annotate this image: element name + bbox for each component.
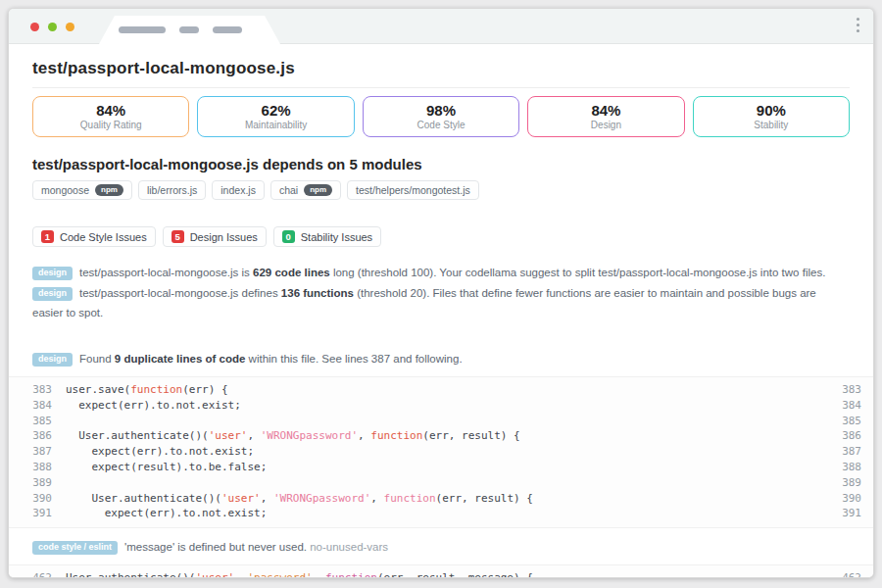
code-token: 'WRONGpassword' — [261, 429, 358, 442]
code-token: 'user' — [221, 492, 261, 505]
code-token: 'password' — [247, 571, 312, 578]
issue-count-badge: 1 — [41, 230, 54, 243]
code-token: (err) { — [182, 383, 227, 396]
metric-label: Stability — [694, 120, 849, 130]
code-token: 'user' — [195, 571, 234, 578]
line-number-left: 387 — [9, 444, 52, 460]
traffic-light-close[interactable] — [30, 23, 39, 31]
issue-count-badge: 5 — [172, 230, 184, 243]
code-text — [52, 475, 826, 491]
metric-cards-row: 84%Quality Rating62%Maintainability98%Co… — [32, 96, 850, 137]
issue-pill-design-issues[interactable]: 5Design Issues — [163, 226, 267, 247]
note-text: 9 duplicate lines of code — [115, 353, 246, 365]
module-name: lib/errors.js — [147, 184, 197, 196]
line-number-left: 389 — [9, 475, 52, 491]
module-pill-lib-errors-js[interactable]: lib/errors.js — [138, 180, 206, 200]
metric-label: Quality Rating — [33, 120, 188, 130]
module-pill-mongoose[interactable]: mongoosenpm — [32, 180, 132, 200]
code-token: function — [370, 429, 422, 442]
code-text: User.authenticate()('user', 'WRONGpasswo… — [52, 428, 826, 444]
metric-value: 84% — [33, 102, 188, 119]
code-text: expect(err).to.not.exist; — [52, 506, 826, 521]
line-number-right: 390 — [826, 491, 873, 507]
code-line: 384 expect(err).to.not.exist;384 — [9, 398, 873, 414]
note-text: test/passport-local-mongoose.js is — [79, 267, 253, 278]
line-number-right: 462 — [826, 570, 873, 578]
line-number-left: 386 — [9, 428, 52, 444]
duplicate-note: designFound 9 duplicate lines of code wi… — [32, 349, 850, 368]
traffic-light-minimize[interactable] — [48, 23, 57, 31]
code-line: 383user.save(function(err) {383 — [9, 382, 873, 398]
code-text: user.save(function(err) { — [52, 382, 826, 398]
code-token: (err, result) { — [422, 429, 519, 442]
code-line: 387 expect(err).to.not.exist;387 — [9, 444, 873, 460]
tab-placeholder-bar — [213, 26, 242, 33]
module-pill-index-js[interactable]: index.js — [212, 180, 265, 200]
window-titlebar — [9, 9, 873, 44]
npm-badge: npm — [304, 184, 332, 196]
metric-card-stability[interactable]: 90%Stability — [693, 96, 850, 137]
line-number-left: 391 — [9, 506, 52, 521]
code-line: 391 expect(err).to.not.exist;391 — [9, 506, 873, 521]
code-token: (err, result) { — [436, 492, 533, 505]
line-number-left: 384 — [9, 398, 52, 414]
metric-value: 98% — [364, 102, 518, 119]
menu-icon[interactable] — [857, 18, 859, 32]
metric-label: Maintainability — [198, 120, 353, 130]
note-text: within this file. See lines 387 and foll… — [245, 353, 462, 365]
code-text: expect(err).to.not.exist; — [52, 398, 826, 414]
metric-card-quality-rating[interactable]: 84%Quality Rating — [32, 96, 189, 137]
divider — [32, 87, 850, 88]
code-text: User.authenticate()('user', 'WRONGpasswo… — [52, 491, 826, 507]
code-token: expect(result).to.be.false; — [66, 461, 267, 473]
design-note: designtest/passport-local-mongoose.js is… — [32, 263, 850, 282]
tab-placeholder-bar — [119, 26, 166, 33]
metric-card-maintainability[interactable]: 62%Maintainability — [197, 96, 354, 137]
code-text — [52, 414, 826, 429]
tab-placeholder-bar — [179, 26, 199, 33]
code-line: 386 User.authenticate()('user', 'WRONGpa… — [9, 428, 873, 444]
code-text: expect(result).to.be.false; — [52, 460, 826, 475]
note-category-badge: design — [32, 287, 73, 302]
issue-pill-stability-issues[interactable]: 0Stability Issues — [273, 226, 381, 247]
module-name: mongoose — [41, 184, 89, 196]
browser-window: test/passport-local-mongoose.js 84%Quali… — [8, 8, 874, 578]
metric-card-design[interactable]: 84%Design — [527, 96, 684, 137]
module-pills-row: mongoosenpmlib/errors.jsindex.jschainpmt… — [32, 180, 850, 200]
metric-card-code-style[interactable]: 98%Code Style — [363, 96, 519, 137]
line-number-left: 385 — [9, 414, 52, 429]
issue-label: Code Style Issues — [60, 231, 147, 243]
issue-label: Stability Issues — [301, 231, 372, 243]
code-token: User.authenticate()( — [66, 571, 195, 578]
issue-pill-code-style-issues[interactable]: 1Code Style Issues — [32, 226, 156, 247]
module-pill-chai[interactable]: chainpm — [270, 180, 341, 200]
code-token: , — [313, 571, 325, 578]
code-token: , — [234, 571, 247, 578]
dependencies-heading: test/passport-local-mongoose.js depends … — [32, 156, 850, 172]
page-title: test/passport-local-mongoose.js — [32, 59, 850, 78]
code-token: expect(err).to.not.exist; — [66, 507, 267, 519]
code-text: expect(err).to.not.exist; — [52, 444, 826, 460]
code-token: expect(err).to.not.exist; — [66, 399, 241, 412]
code-line: 385 385 — [9, 414, 873, 429]
module-pill-test-helpers-mongotest-js[interactable]: test/helpers/mongotest.js — [347, 180, 479, 200]
metric-value: 84% — [528, 102, 683, 119]
traffic-light-maximize[interactable] — [66, 23, 74, 31]
module-name: chai — [279, 184, 298, 196]
line-number-right: 389 — [826, 475, 873, 491]
code-token: 'WRONGpassword' — [273, 492, 370, 505]
line-number-right: 391 — [826, 506, 873, 521]
code-token: User.authenticate()( — [66, 492, 221, 505]
line-number-left: 388 — [9, 460, 52, 475]
code-line: 462User.authenticate()('user', 'password… — [9, 570, 873, 578]
note-text: no-unused-vars — [310, 541, 388, 553]
code-token: expect(err).to.not.exist; — [66, 445, 254, 458]
design-note: designtest/passport-local-mongoose.js de… — [32, 283, 850, 322]
code-token: , — [370, 492, 383, 505]
line-number-right: 388 — [826, 460, 873, 475]
code-token: 'user' — [209, 429, 248, 442]
code-snippet: 383user.save(function(err) {383384 expec… — [9, 376, 873, 528]
eslint-note: code style / eslint'message' is defined … — [32, 537, 850, 557]
module-name: test/helpers/mongotest.js — [356, 184, 470, 196]
browser-tab[interactable] — [99, 16, 280, 44]
